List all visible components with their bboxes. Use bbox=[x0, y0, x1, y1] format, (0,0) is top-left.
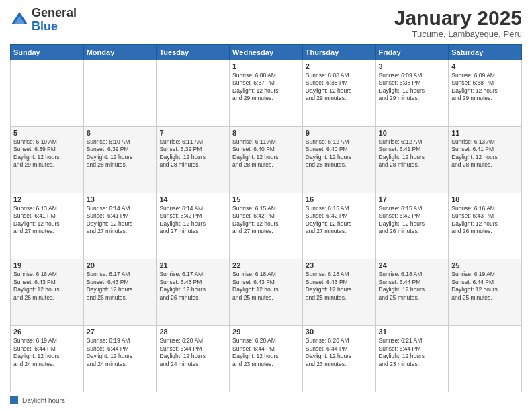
day-header-saturday: Saturday bbox=[449, 45, 522, 60]
calendar-cell: 5Sunrise: 6:10 AM Sunset: 6:39 PM Daylig… bbox=[11, 126, 84, 193]
day-number: 28 bbox=[159, 328, 226, 336]
day-number: 23 bbox=[306, 261, 373, 269]
day-info: Sunrise: 6:19 AM Sunset: 6:44 PM Dayligh… bbox=[451, 271, 519, 302]
calendar-cell: 26Sunrise: 6:19 AM Sunset: 6:44 PM Dayli… bbox=[11, 326, 84, 392]
day-info: Sunrise: 6:18 AM Sunset: 6:43 PM Dayligh… bbox=[306, 271, 373, 302]
logo-icon bbox=[10, 11, 29, 30]
legend-label: Daylight hours bbox=[22, 397, 65, 404]
calendar-cell: 27Sunrise: 6:19 AM Sunset: 6:44 PM Dayli… bbox=[83, 326, 157, 392]
day-info: Sunrise: 6:09 AM Sunset: 6:38 PM Dayligh… bbox=[451, 72, 519, 103]
day-header-monday: Monday bbox=[83, 45, 157, 60]
day-header-friday: Friday bbox=[375, 45, 449, 60]
day-info: Sunrise: 6:19 AM Sunset: 6:44 PM Dayligh… bbox=[87, 337, 154, 368]
day-info: Sunrise: 6:14 AM Sunset: 6:42 PM Dayligh… bbox=[159, 205, 226, 236]
calendar-cell: 18Sunrise: 6:16 AM Sunset: 6:43 PM Dayli… bbox=[449, 193, 522, 259]
title-block: January 2025 Tucume, Lambayeque, Peru bbox=[394, 7, 522, 39]
day-info: Sunrise: 6:20 AM Sunset: 6:44 PM Dayligh… bbox=[306, 337, 373, 368]
day-info: Sunrise: 6:09 AM Sunset: 6:38 PM Dayligh… bbox=[379, 72, 446, 103]
day-info: Sunrise: 6:17 AM Sunset: 6:43 PM Dayligh… bbox=[159, 271, 226, 302]
calendar-cell: 16Sunrise: 6:15 AM Sunset: 6:42 PM Dayli… bbox=[302, 193, 375, 259]
calendar-cell: 29Sunrise: 6:20 AM Sunset: 6:44 PM Dayli… bbox=[230, 326, 303, 392]
day-number: 14 bbox=[159, 195, 226, 203]
calendar-cell: 3Sunrise: 6:09 AM Sunset: 6:38 PM Daylig… bbox=[375, 60, 449, 127]
calendar-cell: 15Sunrise: 6:15 AM Sunset: 6:42 PM Dayli… bbox=[230, 193, 303, 259]
calendar-cell: 28Sunrise: 6:20 AM Sunset: 6:44 PM Dayli… bbox=[157, 326, 230, 392]
calendar-cell: 11Sunrise: 6:13 AM Sunset: 6:41 PM Dayli… bbox=[449, 126, 522, 193]
calendar-cell: 2Sunrise: 6:08 AM Sunset: 6:38 PM Daylig… bbox=[302, 60, 375, 127]
day-number: 30 bbox=[306, 328, 373, 336]
day-number: 24 bbox=[379, 261, 446, 269]
day-info: Sunrise: 6:08 AM Sunset: 6:38 PM Dayligh… bbox=[306, 72, 373, 103]
calendar-cell: 10Sunrise: 6:12 AM Sunset: 6:41 PM Dayli… bbox=[375, 126, 449, 193]
day-number: 13 bbox=[87, 195, 154, 203]
day-number: 7 bbox=[159, 129, 226, 137]
day-info: Sunrise: 6:12 AM Sunset: 6:40 PM Dayligh… bbox=[306, 138, 373, 169]
legend-box-icon bbox=[10, 396, 18, 404]
day-number: 19 bbox=[13, 261, 81, 269]
legend: Daylight hours bbox=[10, 396, 522, 404]
calendar-cell: 14Sunrise: 6:14 AM Sunset: 6:42 PM Dayli… bbox=[157, 193, 230, 259]
calendar-cell: 31Sunrise: 6:21 AM Sunset: 6:44 PM Dayli… bbox=[375, 326, 449, 392]
day-info: Sunrise: 6:18 AM Sunset: 6:44 PM Dayligh… bbox=[379, 271, 446, 302]
day-info: Sunrise: 6:13 AM Sunset: 6:41 PM Dayligh… bbox=[13, 205, 81, 236]
day-header-tuesday: Tuesday bbox=[157, 45, 230, 60]
day-number: 18 bbox=[451, 195, 519, 203]
calendar-cell: 20Sunrise: 6:17 AM Sunset: 6:43 PM Dayli… bbox=[83, 259, 157, 326]
day-number: 20 bbox=[87, 261, 154, 269]
calendar-cell: 8Sunrise: 6:11 AM Sunset: 6:40 PM Daylig… bbox=[230, 126, 303, 193]
logo-general-text: General bbox=[32, 7, 77, 20]
calendar-cell: 1Sunrise: 6:08 AM Sunset: 6:37 PM Daylig… bbox=[230, 60, 303, 127]
day-number: 10 bbox=[379, 129, 446, 137]
day-header-sunday: Sunday bbox=[11, 45, 84, 60]
header-row: SundayMondayTuesdayWednesdayThursdayFrid… bbox=[11, 45, 522, 60]
calendar-cell bbox=[83, 60, 157, 127]
day-info: Sunrise: 6:15 AM Sunset: 6:42 PM Dayligh… bbox=[306, 205, 373, 236]
calendar-table: SundayMondayTuesdayWednesdayThursdayFrid… bbox=[10, 44, 522, 392]
calendar-cell: 30Sunrise: 6:20 AM Sunset: 6:44 PM Dayli… bbox=[302, 326, 375, 392]
day-info: Sunrise: 6:13 AM Sunset: 6:41 PM Dayligh… bbox=[451, 138, 519, 169]
day-info: Sunrise: 6:21 AM Sunset: 6:44 PM Dayligh… bbox=[379, 337, 446, 368]
calendar-cell: 23Sunrise: 6:18 AM Sunset: 6:43 PM Dayli… bbox=[302, 259, 375, 326]
month-title: January 2025 bbox=[394, 7, 522, 29]
day-number: 3 bbox=[379, 62, 446, 71]
day-info: Sunrise: 6:08 AM Sunset: 6:37 PM Dayligh… bbox=[232, 72, 300, 103]
day-info: Sunrise: 6:19 AM Sunset: 6:44 PM Dayligh… bbox=[13, 337, 81, 368]
calendar-cell: 25Sunrise: 6:19 AM Sunset: 6:44 PM Dayli… bbox=[449, 259, 522, 326]
logo-blue-text: Blue bbox=[32, 20, 77, 34]
week-row-4: 26Sunrise: 6:19 AM Sunset: 6:44 PM Dayli… bbox=[11, 326, 522, 392]
day-info: Sunrise: 6:16 AM Sunset: 6:43 PM Dayligh… bbox=[13, 271, 81, 302]
day-number: 21 bbox=[159, 261, 226, 269]
calendar-cell: 12Sunrise: 6:13 AM Sunset: 6:41 PM Dayli… bbox=[11, 193, 84, 259]
calendar-cell: 19Sunrise: 6:16 AM Sunset: 6:43 PM Dayli… bbox=[11, 259, 84, 326]
day-number: 9 bbox=[306, 129, 373, 137]
calendar-cell: 7Sunrise: 6:11 AM Sunset: 6:39 PM Daylig… bbox=[157, 126, 230, 193]
day-number: 6 bbox=[87, 129, 154, 137]
week-row-0: 1Sunrise: 6:08 AM Sunset: 6:37 PM Daylig… bbox=[11, 60, 522, 127]
day-info: Sunrise: 6:10 AM Sunset: 6:39 PM Dayligh… bbox=[13, 138, 81, 169]
day-number: 12 bbox=[13, 195, 81, 203]
day-number: 26 bbox=[13, 328, 81, 336]
day-number: 5 bbox=[13, 129, 81, 137]
day-number: 29 bbox=[232, 328, 300, 336]
day-number: 4 bbox=[451, 62, 519, 71]
day-info: Sunrise: 6:16 AM Sunset: 6:43 PM Dayligh… bbox=[451, 205, 519, 236]
header: General Blue January 2025 Tucume, Lambay… bbox=[10, 7, 522, 39]
day-info: Sunrise: 6:11 AM Sunset: 6:40 PM Dayligh… bbox=[232, 138, 300, 169]
day-info: Sunrise: 6:11 AM Sunset: 6:39 PM Dayligh… bbox=[159, 138, 226, 169]
day-info: Sunrise: 6:20 AM Sunset: 6:44 PM Dayligh… bbox=[159, 337, 226, 368]
calendar-cell: 21Sunrise: 6:17 AM Sunset: 6:43 PM Dayli… bbox=[157, 259, 230, 326]
day-info: Sunrise: 6:14 AM Sunset: 6:41 PM Dayligh… bbox=[87, 205, 154, 236]
location-subtitle: Tucume, Lambayeque, Peru bbox=[394, 29, 522, 39]
calendar-cell: 4Sunrise: 6:09 AM Sunset: 6:38 PM Daylig… bbox=[449, 60, 522, 127]
logo: General Blue bbox=[10, 7, 77, 34]
day-number: 17 bbox=[379, 195, 446, 203]
page: General Blue January 2025 Tucume, Lambay… bbox=[0, 0, 532, 411]
calendar-cell bbox=[157, 60, 230, 127]
day-number: 2 bbox=[306, 62, 373, 71]
day-number: 15 bbox=[232, 195, 300, 203]
calendar-cell bbox=[11, 60, 84, 127]
week-row-1: 5Sunrise: 6:10 AM Sunset: 6:39 PM Daylig… bbox=[11, 126, 522, 193]
calendar-cell: 9Sunrise: 6:12 AM Sunset: 6:40 PM Daylig… bbox=[302, 126, 375, 193]
day-number: 25 bbox=[451, 261, 519, 269]
day-number: 27 bbox=[87, 328, 154, 336]
